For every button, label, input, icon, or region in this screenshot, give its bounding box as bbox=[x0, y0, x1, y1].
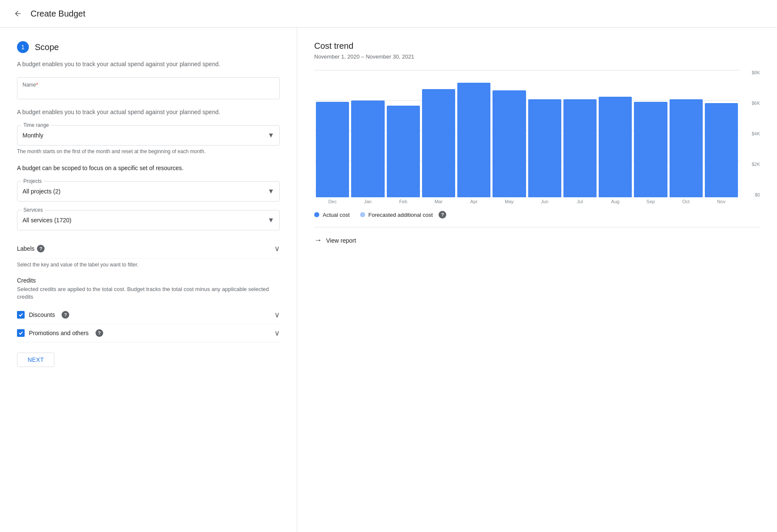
discounts-help-icon[interactable]: ? bbox=[62, 311, 69, 319]
time-range-value-row[interactable]: Monthly ▼ bbox=[17, 126, 279, 145]
time-range-chevron-icon: ▼ bbox=[267, 132, 274, 139]
y-label-8k: $8K bbox=[752, 70, 760, 75]
scope-title: Scope bbox=[35, 42, 59, 52]
promotions-checkbox[interactable] bbox=[17, 329, 25, 337]
budget-name-input[interactable] bbox=[23, 89, 274, 95]
y-label-0: $0 bbox=[755, 192, 760, 197]
x-label-may: May bbox=[493, 199, 526, 204]
x-label-dec: Dec bbox=[316, 199, 349, 204]
left-panel: 1 Scope A budget enables you to track yo… bbox=[0, 28, 297, 532]
required-marker: * bbox=[36, 82, 38, 88]
labels-text: Labels bbox=[17, 245, 34, 252]
bar-nov bbox=[705, 103, 738, 197]
bar-aug bbox=[599, 97, 632, 197]
bar-jun bbox=[528, 99, 561, 197]
bar-sep bbox=[634, 102, 667, 197]
discounts-checkbox[interactable] bbox=[17, 311, 25, 319]
projects-value: All projects (2) bbox=[23, 188, 60, 195]
forecast-cost-label: Forecasted additional cost bbox=[369, 212, 433, 218]
x-label-jun: Jun bbox=[528, 199, 561, 204]
bar-col-dec bbox=[316, 70, 349, 197]
scope-resources-text: A budget can be scoped to focus on a spe… bbox=[17, 164, 280, 173]
legend-actual: Actual cost bbox=[314, 212, 350, 218]
services-select[interactable]: Services All services (1720) ▼ bbox=[17, 210, 280, 230]
bar-may bbox=[493, 90, 526, 197]
scope-section-header: 1 Scope bbox=[17, 41, 280, 53]
bar-col-feb bbox=[387, 70, 420, 197]
bar-col-nov bbox=[705, 70, 738, 197]
labels-chevron-icon: ∨ bbox=[274, 244, 280, 253]
actual-cost-dot bbox=[314, 212, 319, 217]
chart-legend: Actual cost Forecasted additional cost ? bbox=[314, 211, 760, 218]
header: Create Budget bbox=[0, 0, 777, 28]
chart-container: DecJanFebMarAprMayJunJulAugSepOctNov $8K… bbox=[314, 70, 760, 204]
arrow-right-icon: → bbox=[314, 236, 322, 245]
main-content: 1 Scope A budget enables you to track yo… bbox=[0, 28, 777, 532]
x-label-mar: Mar bbox=[422, 199, 455, 204]
projects-field: Projects All projects (2) ▼ bbox=[17, 181, 280, 202]
bar-dec bbox=[316, 102, 349, 197]
discounts-left: Discounts ? bbox=[17, 311, 69, 319]
step-circle: 1 bbox=[17, 41, 29, 53]
credits-section: Credits Selected credits are applied to … bbox=[17, 277, 280, 342]
time-range-select[interactable]: Time range Monthly ▼ bbox=[17, 125, 280, 146]
y-label-2k: $2K bbox=[752, 162, 760, 167]
back-button[interactable] bbox=[10, 6, 25, 21]
discounts-row: Discounts ? ∨ bbox=[17, 306, 280, 324]
bar-jan bbox=[351, 101, 384, 197]
bar-oct bbox=[670, 99, 703, 197]
scope-desc1: A budget enables you to track your actua… bbox=[17, 60, 280, 69]
credits-title: Credits bbox=[17, 277, 280, 284]
labels-hint: Select the key and value of the label yo… bbox=[17, 261, 280, 269]
y-label-4k: $4K bbox=[752, 131, 760, 136]
x-label-nov: Nov bbox=[705, 199, 738, 204]
bar-col-jul bbox=[563, 70, 597, 197]
right-panel: Cost trend November 1, 2020 – November 3… bbox=[297, 28, 777, 532]
projects-value-row[interactable]: All projects (2) ▼ bbox=[17, 182, 279, 201]
credits-desc: Selected credits are applied to the tota… bbox=[17, 286, 280, 301]
labels-help-icon[interactable]: ? bbox=[37, 245, 45, 252]
services-value: All services (1720) bbox=[23, 217, 71, 224]
name-label: Name* bbox=[23, 82, 274, 88]
labels-row[interactable]: Labels ? ∨ bbox=[17, 239, 280, 259]
bar-col-sep bbox=[634, 70, 667, 197]
view-report-label: View report bbox=[326, 237, 356, 244]
name-input-box[interactable]: Name* bbox=[17, 77, 280, 99]
divider bbox=[314, 227, 760, 227]
bar-col-jun bbox=[528, 70, 561, 197]
promotions-help-icon[interactable]: ? bbox=[96, 329, 103, 337]
forecast-cost-dot bbox=[360, 212, 365, 217]
x-label-sep: Sep bbox=[634, 199, 667, 204]
forecast-help-icon[interactable]: ? bbox=[439, 211, 446, 218]
bar-col-apr bbox=[457, 70, 490, 197]
x-label-apr: Apr bbox=[457, 199, 490, 204]
next-button[interactable]: NEXT bbox=[17, 353, 54, 367]
time-range-value: Monthly bbox=[23, 132, 43, 139]
name-field-wrapper: Name* bbox=[17, 77, 280, 99]
time-range-field: Time range Monthly ▼ The month starts on… bbox=[17, 125, 280, 155]
cost-trend-title: Cost trend bbox=[314, 41, 760, 51]
y-label-6k: $6K bbox=[752, 101, 760, 106]
services-value-row[interactable]: All services (1720) ▼ bbox=[17, 210, 279, 230]
bar-col-jan bbox=[351, 70, 384, 197]
scope-desc2: A budget enables you to track your actua… bbox=[17, 108, 280, 117]
bar-col-mar bbox=[422, 70, 455, 197]
promotions-left: Promotions and others ? bbox=[17, 329, 103, 337]
projects-select[interactable]: Projects All projects (2) ▼ bbox=[17, 181, 280, 202]
x-label-feb: Feb bbox=[387, 199, 420, 204]
promotions-row: Promotions and others ? ∨ bbox=[17, 324, 280, 342]
bar-mar bbox=[422, 89, 455, 197]
legend-forecast: Forecasted additional cost ? bbox=[360, 211, 447, 218]
projects-label: Projects bbox=[22, 178, 43, 184]
time-range-hint: The month starts on the first of the mon… bbox=[17, 148, 280, 155]
discounts-chevron-icon: ∨ bbox=[274, 310, 280, 319]
bar-feb bbox=[387, 106, 420, 197]
discounts-label: Discounts bbox=[29, 311, 55, 318]
promotions-chevron-icon: ∨ bbox=[274, 328, 280, 338]
time-range-label: Time range bbox=[22, 122, 51, 128]
labels-label-area: Labels ? bbox=[17, 245, 45, 252]
bar-col-may bbox=[493, 70, 526, 197]
view-report-link[interactable]: → View report bbox=[314, 231, 760, 250]
bar-col-aug bbox=[599, 70, 632, 197]
services-label: Services bbox=[22, 207, 45, 213]
